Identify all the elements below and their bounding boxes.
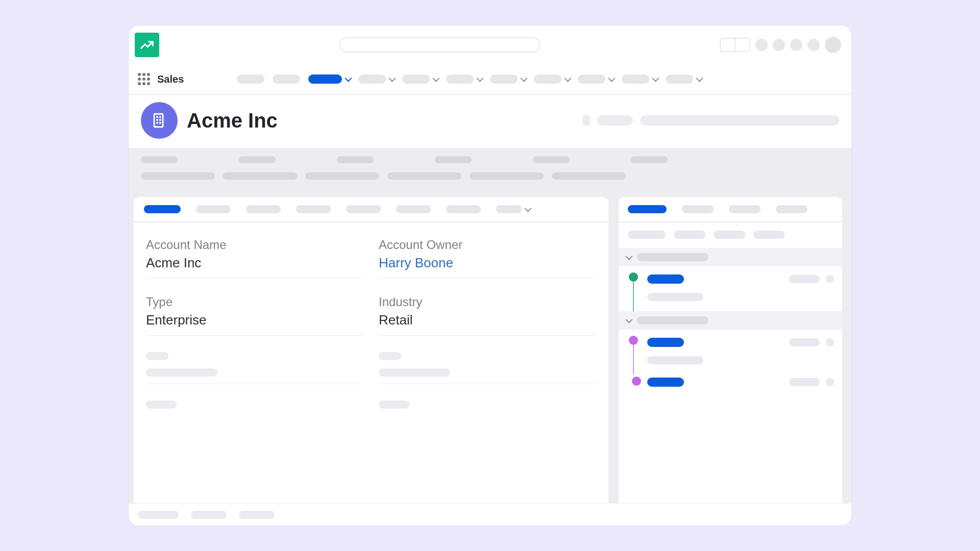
header-actions [720,37,841,53]
detail-tabs [134,197,608,222]
activity-tab[interactable] [729,205,761,213]
chevron-down-icon [433,75,440,82]
field-label-placeholder [435,156,472,163]
activity-panel [619,197,842,525]
nav-tab[interactable] [666,74,701,84]
timeline-dot-icon [632,377,641,386]
field-value-link[interactable]: Harry Boone [379,255,596,271]
nav-tab[interactable] [490,74,526,84]
filter-button[interactable] [628,231,666,239]
nav-tab[interactable] [237,74,264,84]
record-header: Acme Inc [129,95,851,148]
app-window: Sales [129,26,851,525]
field-value: Retail [379,312,596,328]
header-action-placeholder[interactable] [597,115,633,126]
chevron-down-icon [345,75,352,82]
field-label: Type [146,295,363,309]
highlights-panel [129,148,851,190]
detail-tab[interactable] [196,205,231,213]
activity-item[interactable] [619,266,842,311]
chevron-down-icon [608,75,616,82]
timeline-dot-icon [629,336,638,345]
activity-section-header[interactable] [619,311,842,330]
header-action-icon[interactable] [755,39,768,51]
activity-action-icon[interactable] [826,338,834,346]
field-label-placeholder [533,156,570,163]
field-value-placeholder [387,172,461,180]
activity-detail-placeholder [647,356,703,364]
view-toggle[interactable] [720,38,750,52]
app-launcher-icon[interactable] [138,73,150,85]
field-label-placeholder [337,156,374,163]
detail-tab[interactable] [446,205,481,213]
svg-rect-4 [159,119,161,121]
global-search-input[interactable] [339,37,541,53]
account-icon [141,102,178,139]
field-label: Account Name [146,238,363,252]
activity-filters [619,222,842,248]
activity-meta-placeholder [789,378,820,386]
field-grid: Account Name Acme Inc Account Owner Harr… [134,222,608,426]
detail-tab-active[interactable] [144,205,181,213]
filter-button[interactable] [714,231,745,239]
header-action-placeholder[interactable] [640,115,839,126]
user-avatar[interactable] [825,37,841,53]
nav-tab[interactable] [578,74,614,84]
activity-item[interactable] [619,374,842,397]
app-logo[interactable] [135,33,159,57]
header-action-placeholder[interactable] [583,115,590,126]
chevron-down-icon [521,75,528,82]
activity-title-placeholder [647,338,684,347]
app-name: Sales [157,73,184,85]
detail-tab[interactable] [246,205,281,213]
nav-tab[interactable] [358,74,394,84]
chevron-down-icon [477,75,484,82]
chevron-down-icon [625,316,632,323]
header-action-icon[interactable] [773,39,785,51]
svg-rect-5 [156,122,158,124]
activity-section-header[interactable] [619,248,842,266]
field-label: Industry [379,295,596,309]
record-body: Account Name Acme Inc Account Owner Harr… [129,190,851,525]
nav-tab[interactable] [402,74,438,84]
svg-rect-6 [159,122,161,124]
nav-tab[interactable] [622,74,657,84]
nav-tab[interactable] [446,74,482,84]
activity-action-icon[interactable] [826,378,834,386]
timeline-line [633,282,634,311]
detail-tab-more[interactable] [496,205,530,213]
details-panel: Account Name Acme Inc Account Owner Harr… [134,197,608,525]
trending-up-icon [139,37,155,53]
field-account-owner: Account Owner Harry Boone [379,238,596,279]
section-title-placeholder [637,253,708,261]
activity-item[interactable] [619,330,842,374]
field-value-placeholder [305,172,379,180]
utility-item[interactable] [239,511,275,519]
detail-tab[interactable] [396,205,431,213]
utility-bar [129,503,851,525]
activity-tab[interactable] [682,205,714,213]
activity-tab-active[interactable] [628,205,667,213]
utility-item[interactable] [191,511,227,519]
chevron-down-icon [696,75,703,82]
utility-item[interactable] [138,511,179,519]
filter-button[interactable] [674,231,705,239]
filter-button[interactable] [753,231,785,239]
activity-tab[interactable] [776,205,807,213]
detail-tab[interactable] [346,205,381,213]
nav-tab[interactable] [273,74,300,84]
activity-title-placeholder [647,378,684,387]
nav-tab[interactable] [534,74,570,84]
building-icon [151,112,168,129]
activity-action-icon[interactable] [826,275,834,283]
header-action-icon[interactable] [807,39,820,51]
header-action-icon[interactable] [790,39,802,51]
primary-nav: Sales [129,64,851,95]
svg-rect-0 [154,114,163,127]
field-value: Enterprise [146,312,363,328]
timeline-dot-icon [629,272,638,282]
nav-tab-active[interactable] [308,74,350,84]
activity-meta-placeholder [789,338,820,346]
field-placeholder [379,400,596,416]
detail-tab[interactable] [296,205,331,213]
